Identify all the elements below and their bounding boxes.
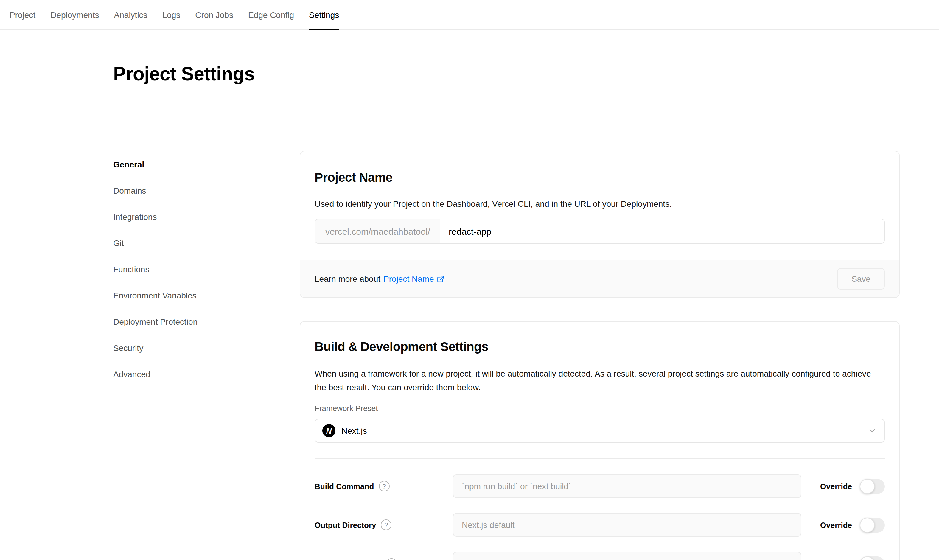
page-header: Project Settings	[0, 30, 939, 119]
sidebar-item-security[interactable]: Security	[113, 341, 300, 355]
tab-edge-config[interactable]: Edge Config	[248, 0, 294, 29]
output-directory-label: Output Directory ?	[315, 520, 453, 530]
sidebar-item-deployment-protection[interactable]: Deployment Protection	[113, 315, 300, 329]
build-command-label-text: Build Command	[315, 482, 374, 491]
project-name-url-prefix: vercel.com/maedahbatool/	[315, 219, 440, 243]
build-settings-divider	[315, 458, 885, 459]
build-settings-description: When using a framework for a new project…	[315, 367, 885, 394]
project-name-card-body: Project Name Used to identify your Proje…	[300, 151, 899, 260]
partial-row-input-wrap	[453, 552, 801, 560]
sidebar-item-git[interactable]: Git	[113, 236, 300, 250]
project-name-input-group: vercel.com/maedahbatool/	[315, 218, 885, 244]
learn-more-link-label: Project Name	[383, 274, 434, 283]
sidebar-item-advanced[interactable]: Advanced	[113, 367, 300, 381]
partial-row-override-toggle[interactable]	[860, 556, 885, 560]
project-name-title: Project Name	[315, 169, 885, 186]
toggle-knob	[860, 517, 875, 532]
framework-preset-label: Framework Preset	[315, 403, 885, 414]
chevron-down-icon	[868, 426, 877, 435]
tab-deployments[interactable]: Deployments	[50, 0, 99, 29]
output-directory-row: Output Directory ? Override	[315, 513, 885, 537]
tab-settings[interactable]: Settings	[309, 0, 339, 29]
output-directory-override-toggle[interactable]	[860, 517, 885, 532]
sidebar-item-general[interactable]: General	[113, 157, 300, 172]
build-settings-card-body: Build & Development Settings When using …	[300, 322, 899, 560]
tab-cron-jobs[interactable]: Cron Jobs	[195, 0, 233, 29]
page-title: Project Settings	[113, 63, 254, 85]
toggle-knob	[860, 479, 875, 494]
toggle-knob	[860, 556, 875, 560]
project-name-card: Project Name Used to identify your Proje…	[300, 151, 900, 298]
build-command-row: Build Command ? Override	[315, 474, 885, 498]
sidebar-item-integrations[interactable]: Integrations	[113, 210, 300, 224]
learn-more-text: Learn more about	[315, 274, 380, 283]
learn-more-note: Learn more about Project Name	[315, 274, 445, 283]
settings-main: Project Name Used to identify your Proje…	[300, 119, 900, 560]
build-command-override-toggle[interactable]	[860, 479, 885, 494]
project-name-learn-more-link[interactable]: Project Name	[383, 274, 445, 283]
build-command-override: Override	[801, 479, 885, 494]
partial-row-label: ?	[315, 558, 453, 560]
framework-preset-value: Next.js	[342, 426, 862, 435]
build-settings-title: Build & Development Settings	[315, 338, 885, 355]
build-settings-card: Build & Development Settings When using …	[300, 321, 900, 560]
project-name-description: Used to identify your Project on the Das…	[315, 198, 885, 210]
external-link-icon	[437, 275, 445, 283]
output-directory-input-wrap	[453, 513, 801, 537]
build-command-input[interactable]	[453, 474, 801, 498]
tab-project[interactable]: Project	[9, 0, 35, 29]
settings-sidebar: General Domains Integrations Git Functio…	[113, 119, 300, 560]
help-icon[interactable]: ?	[379, 481, 389, 491]
output-directory-input[interactable]	[453, 513, 801, 537]
partial-row-input[interactable]	[453, 552, 801, 560]
build-command-label: Build Command ?	[315, 481, 453, 491]
override-label: Override	[820, 520, 852, 529]
content-area: General Domains Integrations Git Functio…	[0, 119, 939, 560]
save-button[interactable]: Save	[837, 268, 885, 289]
partial-row-label-spacer	[315, 559, 381, 560]
output-directory-label-text: Output Directory	[315, 520, 376, 529]
sidebar-item-functions[interactable]: Functions	[113, 262, 300, 277]
override-label: Override	[820, 482, 852, 491]
top-nav: Project Deployments Analytics Logs Cron …	[0, 0, 939, 30]
partial-row-override	[801, 556, 885, 560]
framework-preset-select[interactable]: N Next.js	[315, 419, 885, 443]
sidebar-item-domains[interactable]: Domains	[113, 183, 300, 198]
help-icon[interactable]: ?	[381, 520, 392, 530]
help-icon[interactable]: ?	[386, 558, 397, 560]
tab-logs[interactable]: Logs	[162, 0, 180, 29]
project-name-input[interactable]	[440, 219, 884, 243]
project-name-card-footer: Learn more about Project Name Save	[300, 260, 899, 297]
nextjs-logo-icon: N	[322, 424, 336, 437]
output-directory-override: Override	[801, 517, 885, 532]
sidebar-item-environment-variables[interactable]: Environment Variables	[113, 288, 300, 303]
tab-analytics[interactable]: Analytics	[114, 0, 148, 29]
build-command-input-wrap	[453, 474, 801, 498]
vercel-project-settings-page: Project Deployments Analytics Logs Cron …	[0, 0, 939, 560]
install-command-row-partial: ?	[315, 552, 885, 560]
